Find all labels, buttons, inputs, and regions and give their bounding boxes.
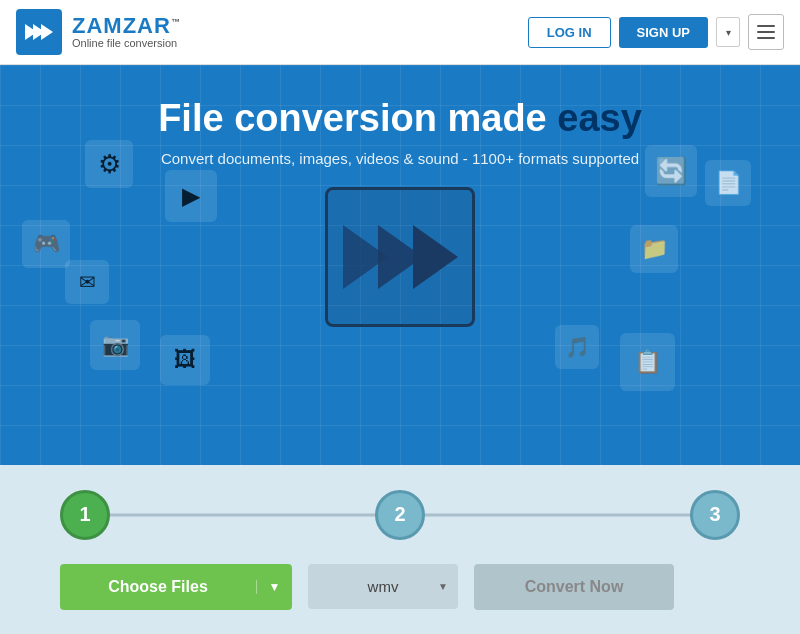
convert-now-button[interactable]: Convert Now xyxy=(474,564,674,610)
zamzar-logo-arrows xyxy=(23,16,55,48)
hero-center-logo xyxy=(0,187,800,327)
floating-icon-camera: 📷 xyxy=(90,320,140,370)
sketch-arrow-3 xyxy=(413,225,458,289)
steps-section: 1 2 3 Choose Files ▼ wmv mp4 avi pdf jpg… xyxy=(0,465,800,634)
logo-text: ZAMZAR™ Online file conversion xyxy=(72,15,181,49)
signup-button[interactable]: SIGN UP xyxy=(619,17,708,48)
logo-tagline: Online file conversion xyxy=(72,37,181,49)
format-select-container: wmv mp4 avi pdf jpg xyxy=(308,564,458,609)
floating-icon-clipboard: 📋 xyxy=(620,333,675,391)
sketch-arrows xyxy=(343,225,458,289)
header-actions: LOG IN SIGN UP ▾ xyxy=(528,14,784,50)
svg-marker-2 xyxy=(41,24,53,40)
logo-name: ZAMZAR™ xyxy=(72,15,181,37)
login-button[interactable]: LOG IN xyxy=(528,17,611,48)
step-1-circle: 1 xyxy=(60,490,110,540)
format-select[interactable]: wmv mp4 avi pdf jpg xyxy=(308,564,458,609)
hero-content: File conversion made easy Convert docume… xyxy=(0,65,800,327)
action-row: Choose Files ▼ wmv mp4 avi pdf jpg Conve… xyxy=(60,564,740,610)
menu-line-2 xyxy=(757,31,775,33)
step-3-circle: 3 xyxy=(690,490,740,540)
logo-area: ZAMZAR™ Online file conversion xyxy=(16,9,181,55)
choose-files-dropdown-arrow[interactable]: ▼ xyxy=(256,580,292,594)
hero-title: File conversion made easy xyxy=(0,97,800,140)
hero-subtitle: Convert documents, images, videos & soun… xyxy=(0,150,800,167)
logo-icon xyxy=(16,9,62,55)
floating-icon-image: 🖼 xyxy=(160,335,210,385)
choose-files-button[interactable]: Choose Files ▼ xyxy=(60,564,292,610)
hero-section: ▶ ✉ 🎵 ⚙ 🔄 📁 📷 📋 🎮 🖼 📄 File conversion ma… xyxy=(0,65,800,465)
header-dropdown-arrow[interactable]: ▾ xyxy=(716,17,740,47)
floating-icon-music: 🎵 xyxy=(555,325,599,369)
menu-line-3 xyxy=(757,37,775,39)
choose-files-label: Choose Files xyxy=(60,578,256,596)
menu-line-1 xyxy=(757,25,775,27)
sketch-logo-box xyxy=(325,187,475,327)
step-2-circle: 2 xyxy=(375,490,425,540)
header: ZAMZAR™ Online file conversion LOG IN SI… xyxy=(0,0,800,65)
steps-row: 1 2 3 xyxy=(60,490,740,540)
menu-button[interactable] xyxy=(748,14,784,50)
